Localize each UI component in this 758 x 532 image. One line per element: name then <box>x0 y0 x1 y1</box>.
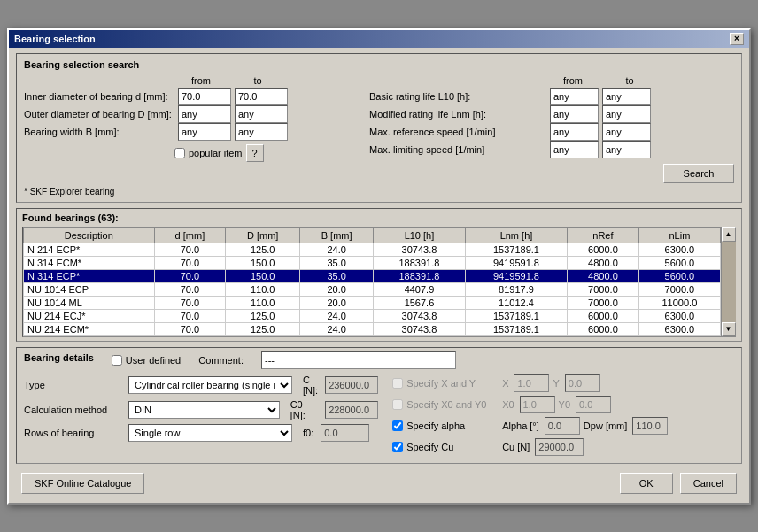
table-row[interactable]: N 314 ECM*70.0150.035.0188391.89419591.8… <box>24 256 721 269</box>
cell-1-6: 4800.0 <box>568 256 639 269</box>
outer-diameter-to[interactable] <box>235 105 288 123</box>
comment-input[interactable] <box>261 351 456 369</box>
table-row[interactable]: NU 1014 ECP70.0110.020.04407.981917.9700… <box>24 282 721 296</box>
popular-item-label: popular item <box>189 148 243 158</box>
cell-0-3: 24.0 <box>300 243 374 256</box>
cell-5-2: 125.0 <box>226 309 300 322</box>
user-defined-checkbox[interactable] <box>112 355 122 366</box>
inner-diameter-to[interactable] <box>235 88 288 105</box>
cell-2-3: 35.0 <box>300 269 374 282</box>
rows-select[interactable]: Single row <box>128 424 292 442</box>
close-button[interactable]: × <box>730 33 744 45</box>
cell-1-0: N 314 ECM* <box>24 256 155 269</box>
specify-xy-row: Specify X and Y X Y <box>392 374 734 392</box>
cancel-button[interactable]: Cancel <box>680 473 737 494</box>
cell-6-0: NU 214 ECM* <box>24 322 155 335</box>
col-nref: nRef <box>568 227 639 243</box>
rows-label: Rows of bearing <box>24 428 121 438</box>
dpw-value[interactable] <box>632 417 668 435</box>
cell-2-5: 9419591.8 <box>465 269 567 282</box>
lnm-from[interactable] <box>550 105 599 123</box>
lnm-label: Modified rating life Lnm [h]: <box>369 109 546 120</box>
popular-item-checkbox[interactable] <box>174 148 185 158</box>
cell-4-0: NU 1014 ML <box>24 296 155 309</box>
cell-6-2: 125.0 <box>226 322 300 335</box>
specify-xy-checkbox[interactable] <box>392 378 403 389</box>
c0-value[interactable] <box>325 401 378 419</box>
inner-diameter-from[interactable] <box>178 88 231 105</box>
results-section: Found bearings (63): Description d [mm] … <box>16 208 742 342</box>
col-B: B [mm] <box>300 227 374 243</box>
scroll-track <box>722 242 736 322</box>
l10-to[interactable] <box>602 88 651 105</box>
cell-5-7: 6300.0 <box>638 309 720 322</box>
bearing-width-to[interactable] <box>235 123 288 141</box>
f0-value[interactable] <box>321 424 369 442</box>
specify-xy-label: Specify X and Y <box>406 378 476 389</box>
l10-from[interactable] <box>550 88 599 105</box>
cell-3-1: 70.0 <box>154 282 226 296</box>
lim-speed-to[interactable] <box>602 141 651 158</box>
specify-cu-checkbox[interactable] <box>392 442 403 452</box>
to-header-left: to <box>231 75 284 86</box>
specify-xy-checkbox-label[interactable]: Specify X and Y <box>392 378 499 389</box>
specify-x0y0-checkbox-label[interactable]: Specify X0 and Y0 <box>392 399 499 410</box>
search-section-title: Bearing selection search <box>24 59 734 70</box>
scroll-up-btn[interactable]: ▲ <box>722 227 736 242</box>
cell-1-4: 188391.8 <box>374 256 466 269</box>
comment-label: Comment: <box>198 355 244 366</box>
from-header-right: from <box>546 75 599 86</box>
specify-x0y0-label: Specify X0 and Y0 <box>406 399 486 410</box>
calc-method-row: Calculation method DIN C0 [N]: <box>24 399 378 420</box>
calc-method-select[interactable]: DIN <box>128 401 280 419</box>
specify-alpha-checkbox[interactable] <box>392 420 403 431</box>
table-row[interactable]: N 214 ECP*70.0125.024.030743.81537189.16… <box>24 243 721 256</box>
cell-6-1: 70.0 <box>154 322 226 335</box>
alpha-value[interactable] <box>545 417 580 435</box>
table-row[interactable]: NU 214 ECM*70.0125.024.030743.81537189.1… <box>24 322 721 335</box>
table-row[interactable]: NU 214 ECJ*70.0125.024.030743.81537189.1… <box>24 309 721 322</box>
rows-row: Rows of bearing Single row f0: <box>24 424 378 442</box>
title-bar: Bearing selection × <box>9 30 749 48</box>
table-row[interactable]: NU 1014 ML70.0110.020.01567.611012.47000… <box>24 296 721 309</box>
cell-1-2: 150.0 <box>226 256 300 269</box>
results-scrollbar[interactable]: ▲ ▼ <box>721 227 735 336</box>
inner-diameter-row: Inner diameter of bearing d [mm]: <box>24 88 352 105</box>
help-button[interactable]: ? <box>246 144 264 162</box>
popular-item-row: popular item ? <box>24 144 352 162</box>
x-value <box>514 374 549 392</box>
specify-x0y0-checkbox[interactable] <box>392 399 403 410</box>
outer-diameter-from[interactable] <box>178 105 231 123</box>
specify-cu-checkbox-label[interactable]: Specify Cu <box>392 442 499 452</box>
cell-4-4: 1567.6 <box>374 296 466 309</box>
skf-note: * SKF Explorer bearing <box>24 187 734 197</box>
ref-speed-label: Max. reference speed [1/min] <box>369 127 546 137</box>
c-value[interactable] <box>325 376 378 394</box>
ok-button[interactable]: OK <box>620 473 673 494</box>
cell-5-0: NU 214 ECJ* <box>24 309 155 322</box>
col-nlim: nLim <box>638 227 720 243</box>
ref-speed-from[interactable] <box>550 123 599 141</box>
lnm-to[interactable] <box>602 105 651 123</box>
type-select[interactable]: Cylindrical roller bearing (single row) <box>128 376 292 394</box>
ref-speed-to[interactable] <box>602 123 651 141</box>
cell-1-3: 35.0 <box>300 256 374 269</box>
catalogue-button[interactable]: SKF Online Catalogue <box>21 473 144 494</box>
table-row[interactable]: N 314 ECP*70.0150.035.0188391.89419591.8… <box>24 269 721 282</box>
cell-4-7: 11000.0 <box>638 296 720 309</box>
scroll-down-btn[interactable]: ▼ <box>722 322 736 336</box>
cell-1-1: 70.0 <box>154 256 226 269</box>
specify-alpha-checkbox-label[interactable]: Specify alpha <box>392 420 499 431</box>
cell-2-7: 5600.0 <box>638 269 720 282</box>
search-button[interactable]: Search <box>663 164 734 183</box>
lim-speed-from[interactable] <box>550 141 599 158</box>
cell-0-0: N 214 ECP* <box>24 243 155 256</box>
cell-4-2: 110.0 <box>226 296 300 309</box>
col-description: Description <box>24 227 155 243</box>
bearing-width-from[interactable] <box>178 123 231 141</box>
l10-label: Basic rating life L10 [h]: <box>369 91 546 102</box>
cell-4-5: 11012.4 <box>465 296 567 309</box>
search-section: Bearing selection search from to Inner d… <box>16 53 742 203</box>
cu-value[interactable] <box>535 438 584 456</box>
bearing-selection-dialog: Bearing selection × Bearing selection se… <box>7 28 751 505</box>
